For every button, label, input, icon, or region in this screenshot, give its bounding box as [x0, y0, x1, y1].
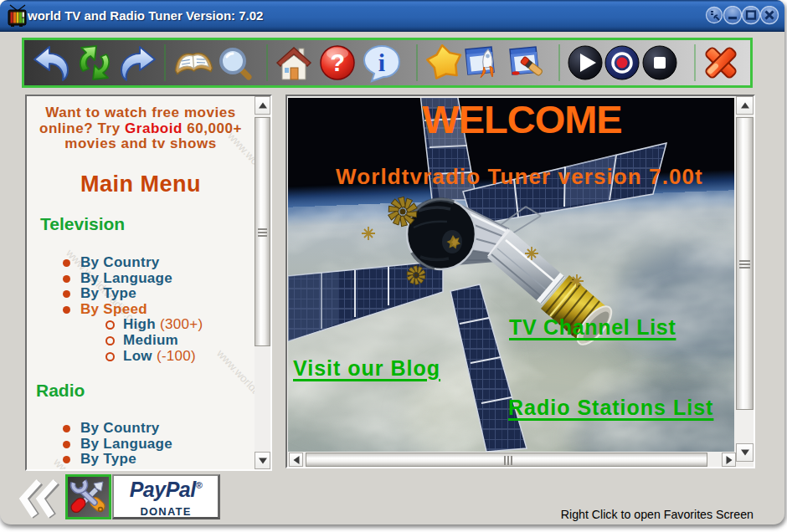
- svg-text:?: ?: [330, 49, 345, 76]
- svg-text:i: i: [378, 49, 385, 76]
